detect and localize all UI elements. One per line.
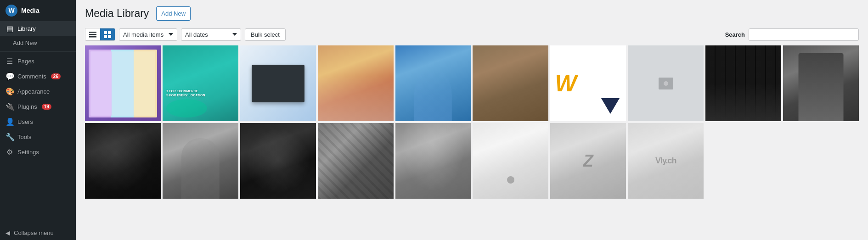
pages-icon: ☰	[6, 57, 14, 66]
svg-rect-2	[89, 36, 96, 38]
appearance-icon: 🎨	[6, 87, 14, 96]
svg-rect-3	[104, 31, 107, 34]
media-item[interactable]: Vly.ch	[628, 123, 704, 199]
sidebar-item-pages[interactable]: ☰ Pages	[0, 54, 76, 69]
plugins-badge: 19	[42, 104, 51, 110]
sidebar-item-tools[interactable]: 🔧 Tools	[0, 129, 76, 145]
svg-rect-0	[89, 32, 96, 33]
sidebar-item-label: Users	[17, 118, 33, 125]
wordpress-icon: W	[6, 5, 17, 17]
sidebar-item-label: Settings	[17, 149, 39, 156]
media-item[interactable]	[85, 123, 161, 199]
svg-rect-1	[89, 34, 96, 35]
main-content: Media Library Add New All media items Im…	[76, 0, 868, 240]
sidebar-app-name: Media	[21, 7, 39, 14]
sidebar-item-plugins[interactable]: 🔌 Plugins 19	[0, 99, 76, 114]
media-item[interactable]	[318, 123, 394, 199]
sidebar-item-settings[interactable]: ⚙ Settings	[0, 145, 76, 160]
media-item[interactable]	[240, 123, 316, 199]
comments-badge: 26	[51, 73, 61, 79]
sidebar-nav: ▤ Library Add New ☰ Pages 💬 Comments 26 …	[0, 21, 76, 160]
comments-icon: 💬	[6, 72, 14, 81]
page-header: Media Library Add New	[76, 0, 868, 25]
svg-rect-5	[104, 35, 107, 38]
view-toggle	[85, 28, 115, 41]
date-filter[interactable]: All dates January 2024 December 2023	[181, 28, 241, 41]
plugins-icon: 🔌	[6, 102, 14, 111]
settings-icon: ⚙	[6, 148, 14, 156]
media-item[interactable]	[705, 45, 781, 121]
sidebar-item-label: Plugins	[17, 103, 37, 110]
sidebar-item-users[interactable]: 👤 Users	[0, 114, 76, 129]
media-item[interactable]	[395, 123, 471, 199]
sidebar-item-label: Pages	[17, 58, 34, 65]
media-item[interactable]	[395, 45, 471, 121]
page-title: Media Library	[85, 7, 149, 21]
users-icon: 👤	[6, 117, 14, 126]
sidebar-item-add-new[interactable]: Add New	[0, 36, 76, 50]
sidebar-item-library[interactable]: ▤ Library	[0, 21, 76, 36]
add-new-button[interactable]: Add New	[156, 6, 191, 21]
media-grid-container: T FOR ECOMMERCES FOR EVERY LOCATION	[76, 45, 868, 240]
search-input[interactable]	[749, 28, 859, 41]
sidebar-item-comments[interactable]: 💬 Comments 26	[0, 69, 76, 84]
media-item[interactable]: T FOR ECOMMERCES FOR EVERY LOCATION	[163, 45, 238, 121]
media-item[interactable]: Z	[550, 123, 626, 199]
sidebar-item-label: Add New	[13, 39, 37, 46]
media-grid: T FOR ECOMMERCES FOR EVERY LOCATION	[85, 45, 859, 199]
media-item[interactable]	[473, 123, 548, 199]
media-type-filter[interactable]: All media items Images Audio Video Docum…	[119, 28, 177, 41]
svg-rect-6	[108, 35, 111, 38]
media-item[interactable]	[240, 45, 316, 121]
sidebar-divider	[0, 51, 76, 52]
sidebar-header: W Media	[0, 0, 76, 21]
collapse-icon: ◀	[6, 229, 10, 236]
bulk-select-button[interactable]: Bulk select	[245, 28, 286, 41]
media-item[interactable]: W	[550, 45, 626, 121]
sidebar-item-label: Library	[17, 25, 36, 32]
list-view-button[interactable]	[85, 28, 100, 40]
library-icon: ▤	[6, 24, 14, 33]
svg-rect-4	[108, 31, 111, 34]
sidebar-item-appearance[interactable]: 🎨 Appearance	[0, 84, 76, 99]
sidebar-item-label: Tools	[17, 134, 31, 140]
media-item[interactable]	[163, 123, 238, 199]
collapse-menu-button[interactable]: ◀ Collapse menu	[0, 226, 76, 240]
media-item[interactable]	[85, 45, 161, 121]
sidebar: W Media ▤ Library Add New ☰ Pages 💬 Comm…	[0, 0, 76, 240]
media-item[interactable]	[783, 45, 859, 121]
grid-view-button[interactable]	[100, 28, 115, 40]
media-item[interactable]	[473, 45, 548, 121]
sidebar-item-label: Appearance	[17, 88, 50, 95]
collapse-label: Collapse menu	[14, 229, 54, 236]
search-label: Search	[725, 31, 745, 38]
sidebar-item-label: Comments	[17, 73, 46, 80]
tools-icon: 🔧	[6, 133, 14, 141]
media-item[interactable]	[318, 45, 394, 121]
media-toolbar: All media items Images Audio Video Docum…	[76, 25, 868, 45]
media-item[interactable]	[628, 45, 704, 121]
